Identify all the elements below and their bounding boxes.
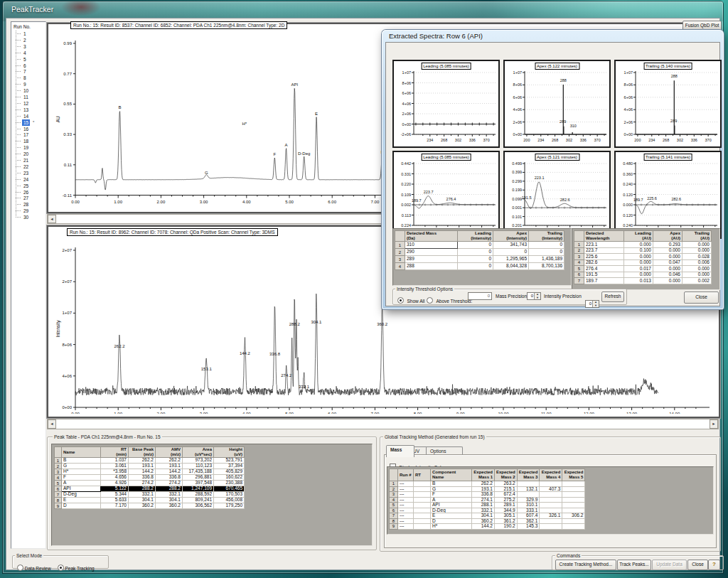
mode-option-peak-tracking[interactable]: Peak Tracking — [58, 560, 95, 572]
run-item-25[interactable]: 25 — [11, 183, 46, 189]
peak-row-1[interactable]: 1B1.037262.2262.2973,202523,791 — [55, 458, 245, 464]
run-item-6[interactable]: 6 — [11, 63, 46, 69]
tracking-row-6[interactable]: 6---D-Deg332.1344.9333.1 — [390, 508, 585, 513]
run-item-8[interactable]: 8 — [11, 75, 46, 81]
svg-text:360.2: 360.2 — [377, 322, 388, 326]
run-item-11[interactable]: 11 — [11, 94, 46, 100]
cell: 0.000 — [682, 266, 712, 272]
ms-chart-hscrollbar[interactable]: ◄ ► — [47, 419, 719, 429]
wavelength-row-3[interactable]: 3225.60.0000.0000.028 — [574, 254, 712, 260]
run-item-5[interactable]: 5 — [11, 56, 46, 63]
tracking-row-9[interactable]: 9---H*144.2190.2145.3 — [390, 524, 585, 530]
run-item-1[interactable]: 1 — [11, 31, 46, 37]
run-item-19[interactable]: 19 — [11, 144, 46, 151]
run-item-26[interactable]: 26 — [11, 189, 46, 196]
mass-table-backdrop: Detected Mass(Da)Leading(Intensity)Apex(… — [392, 228, 572, 286]
mass-precision-spinner[interactable]: 0 ▲▼ — [527, 292, 541, 300]
peak-row-7[interactable]: 7D-Deg5.344332.1332.1288,592170,503 — [55, 492, 245, 498]
tree-branch — [16, 186, 21, 186]
peak-row-9[interactable]: 9D7.170360.2360.2306,562179,250 — [55, 503, 245, 509]
run-item-27[interactable]: 27 — [11, 195, 46, 201]
track-peaks-button[interactable]: Track Peaks... — [617, 560, 651, 570]
run-item-12[interactable]: 12 — [11, 100, 46, 107]
wavelength-row-2[interactable]: 2223.70.1000.0000.000 — [574, 247, 712, 254]
peak-row-5[interactable]: 5A4.926274.2274.2397,548230,388 — [55, 481, 245, 486]
run-item-2[interactable]: 2 — [11, 37, 46, 43]
peak-row-6[interactable]: 6API5.122288.2288.21,247,109670,465 — [55, 486, 245, 492]
mass-row-1[interactable]: 13100341,7430 — [395, 242, 564, 249]
radio-icon[interactable] — [17, 564, 23, 571]
tracking-row-2[interactable]: 2---G193.1215.1132.1407.3 — [390, 486, 585, 492]
scroll-left-icon[interactable]: ◄ — [48, 419, 56, 429]
mass-row-4[interactable]: 428808,044,3288,700,136 — [395, 263, 564, 270]
fusion-qbd-plot-button[interactable]: Fusion QbD Plot — [682, 21, 722, 31]
run-item-10[interactable]: 10 — [11, 87, 46, 94]
svg-text:0.99: 0.99 — [63, 41, 72, 46]
run-item-30[interactable]: 30 — [11, 214, 46, 220]
svg-text:3.00: 3.00 — [200, 412, 208, 414]
tracking-row-1[interactable]: 1---B262.2263.2 — [390, 481, 585, 487]
run-item-13[interactable]: 13 — [11, 107, 46, 113]
svg-text:282.6: 282.6 — [560, 198, 570, 202]
run-item-16[interactable]: 16 — [11, 126, 46, 132]
help-icon[interactable]: ? — [708, 560, 720, 570]
tracking-row-8[interactable]: 8---D360.2361.2362.1 — [390, 518, 585, 524]
tracking-row-3[interactable]: 3---F336.8672.4 — [390, 492, 585, 498]
column-header: Area(uV*sec) — [183, 447, 214, 458]
tab-mass[interactable]: Mass — [386, 445, 414, 457]
threshold-input[interactable]: 0 — [468, 292, 492, 300]
run-item-20[interactable]: 20 — [11, 151, 46, 157]
run-item-17[interactable]: 17 — [11, 132, 46, 138]
mass-row-3[interactable]: 328901,295,9651,436,189 — [395, 256, 564, 263]
scroll-right-icon[interactable]: ► — [710, 419, 718, 429]
intensity-precision-spinner[interactable]: 0 ▲▼ — [585, 300, 599, 308]
spinner-arrows-icon[interactable]: ▲▼ — [592, 301, 599, 307]
dialog-close-button[interactable]: Close — [684, 291, 719, 304]
wavelength-row-1[interactable]: 1223.10.0000.2930.000 — [574, 242, 712, 248]
run-item-7[interactable]: 7 — [11, 68, 46, 75]
run-item-29[interactable]: 29 — [11, 208, 46, 214]
refresh-button[interactable]: Refresh — [601, 291, 624, 302]
peak-row-8[interactable]: 8E5.633304.1304.1809,241456,008 — [55, 498, 245, 503]
cell: 275.2 — [495, 497, 518, 503]
run-item-4[interactable]: 4 — [11, 50, 46, 56]
svg-text:288: 288 — [671, 74, 678, 78]
run-item-3[interactable]: 3 — [11, 43, 46, 50]
mode-option-data-review[interactable]: Data Review — [17, 560, 51, 572]
scroll-left-icon[interactable]: ◄ — [48, 215, 56, 223]
close-button[interactable]: Close — [687, 560, 708, 570]
peak-row-3[interactable]: 3H**3.958144.2144.217,435,188405,829 — [55, 469, 245, 475]
tracking-row-4[interactable]: 4---A274.1275.2329.9 — [390, 497, 585, 503]
run-item-24[interactable]: 24 — [11, 176, 46, 183]
tracking-row-5[interactable]: 5---API288.1289.1310.1 — [390, 503, 585, 508]
svg-text:G: G — [205, 171, 208, 175]
peak-row-4[interactable]: 4F4.656336.8336.8296,881160,622 — [55, 475, 245, 481]
tracking-row-7[interactable]: 7---E304.1305.1607.4326.1306.2 — [390, 513, 585, 519]
above-threshold-option[interactable]: Above Threshold: — [427, 293, 472, 306]
run-item-14[interactable]: 14 — [11, 113, 46, 119]
wavelength-row-4[interactable]: 4282.60.0000.0470.006 — [574, 259, 712, 266]
dialog-titlebar[interactable]: Extracted Spectra: Row 6 (API) — [389, 32, 483, 40]
spinner-arrows-icon[interactable]: ▲▼ — [534, 293, 540, 299]
above-threshold-radio-icon[interactable] — [427, 297, 433, 304]
run-item-9[interactable]: 9 — [11, 81, 46, 87]
show-all-radio-icon[interactable] — [397, 297, 404, 304]
run-item-23[interactable]: 23 — [11, 170, 46, 176]
run-item-15[interactable]: 15* — [11, 119, 46, 126]
cell: 341,743 — [493, 242, 529, 249]
run-item-21[interactable]: 21 — [11, 157, 46, 164]
run-item-28[interactable]: 28 — [11, 201, 46, 208]
svg-text:0.11: 0.11 — [64, 163, 73, 167]
show-all-option[interactable]: Show All — [397, 293, 424, 306]
mass-row-2[interactable]: 2290000 — [395, 249, 564, 256]
row-number: 3 — [395, 256, 405, 263]
wavelength-row-6[interactable]: 6191.50.0000.0460.000 — [574, 272, 712, 278]
radio-icon[interactable] — [58, 564, 64, 571]
run-item-22[interactable]: 22 — [11, 164, 46, 170]
create-tracking-method-button[interactable]: Create Tracking Method... — [555, 560, 616, 570]
peak-row-2[interactable]: 2G3.061193.1193.1110,12337,394 — [55, 464, 245, 469]
peak-table: NameRT(min)Base Peak(m/z)AMV(m/z)Area(uV… — [54, 446, 245, 509]
wavelength-row-5[interactable]: 5276.40.0170.0000.000 — [574, 266, 712, 272]
run-item-18[interactable]: 18 — [11, 138, 46, 144]
wavelength-row-7[interactable]: 7189.70.0130.0000.002 — [574, 278, 712, 284]
